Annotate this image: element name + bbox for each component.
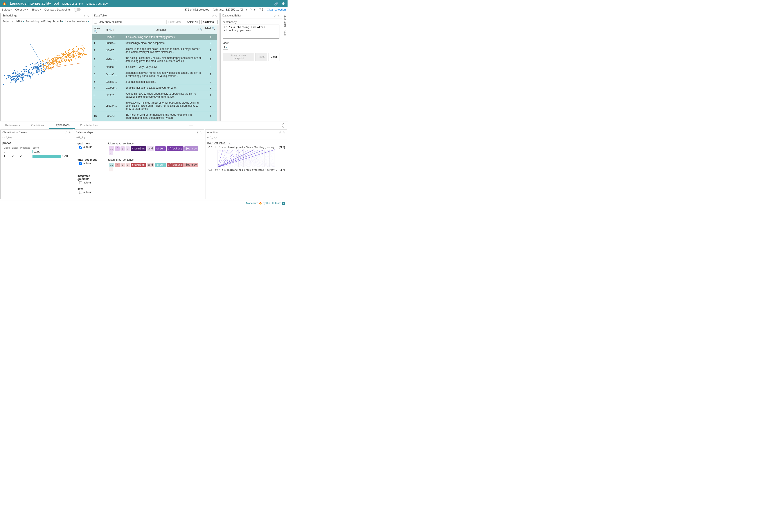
autorun-checkbox[interactable] <box>79 146 82 148</box>
embedding-point[interactable] <box>42 60 43 61</box>
embedding-point[interactable] <box>60 62 61 63</box>
embedding-point[interactable] <box>73 56 74 57</box>
embedding-point[interactable] <box>69 54 71 55</box>
embedding-point[interactable] <box>37 62 38 64</box>
embedding-point[interactable] <box>57 55 58 56</box>
salience-token[interactable]: and <box>147 146 154 151</box>
embedding-point[interactable] <box>65 51 66 52</box>
salience-token[interactable]: it <box>109 146 114 151</box>
collapse-icon[interactable]: ⤢ <box>65 131 68 134</box>
embedding-point[interactable] <box>49 67 51 68</box>
embedding-point[interactable] <box>30 76 31 77</box>
search-icon[interactable]: 🔍 <box>109 28 112 31</box>
embedding-point[interactable] <box>17 77 18 78</box>
embedding-point[interactable] <box>26 66 27 67</box>
embedding-point[interactable] <box>18 79 19 80</box>
embedding-point[interactable] <box>21 71 22 72</box>
embedding-point[interactable] <box>54 60 56 62</box>
embedding-point[interactable] <box>56 61 57 62</box>
table-row[interactable]: 8df3932…you do n't have to know about mu… <box>92 91 217 100</box>
embedding-point[interactable] <box>38 68 39 69</box>
salience-token[interactable]: often <box>155 146 166 151</box>
autorun-checkbox-label[interactable]: autorun <box>79 191 99 194</box>
embedding-point[interactable] <box>69 49 70 50</box>
sort-icon[interactable]: ⇅ <box>98 30 99 33</box>
tab-counterfactuals[interactable]: Counterfactuals <box>75 122 104 129</box>
collapse-icon[interactable]: ⤢ <box>279 131 282 134</box>
salience-token[interactable]: it <box>109 163 114 167</box>
embedding-point[interactable] <box>75 53 76 54</box>
embedding-select[interactable]: sst2_tiny:cls_emb▾ <box>40 20 63 23</box>
embedding-point[interactable] <box>35 69 36 70</box>
embedding-point[interactable] <box>31 67 32 68</box>
embedding-point[interactable] <box>64 59 66 60</box>
embedding-point[interactable] <box>43 64 44 65</box>
search-icon[interactable]: 🔍 <box>94 30 97 33</box>
salience-token[interactable]: journey <box>184 146 198 151</box>
embedding-point[interactable] <box>73 54 75 55</box>
embedding-point[interactable] <box>52 61 53 62</box>
col-label[interactable]: label 🔍⇅ <box>204 25 217 34</box>
embedding-point[interactable] <box>62 59 63 60</box>
expand-icon[interactable]: ⤡ <box>87 14 89 17</box>
embedding-point[interactable] <box>71 56 72 57</box>
heart-icon[interactable]: ♡ <box>258 8 262 11</box>
embedding-point[interactable] <box>13 79 14 80</box>
embedding-point[interactable] <box>73 48 74 49</box>
classres-subtab[interactable]: sst2_tiny <box>1 135 73 140</box>
projector-select[interactable]: UMAP▾ <box>15 20 24 23</box>
embedding-point[interactable] <box>14 70 15 71</box>
embedding-point[interactable] <box>67 55 68 56</box>
embedding-point[interactable] <box>31 72 32 73</box>
embedding-point[interactable] <box>28 70 29 71</box>
embedding-point[interactable] <box>10 76 11 78</box>
search-icon[interactable]: 🔍 <box>212 27 215 30</box>
embedding-point[interactable] <box>82 49 83 50</box>
embedding-point[interactable] <box>45 69 46 70</box>
embedding-point[interactable] <box>44 65 45 66</box>
embedding-point[interactable] <box>74 56 75 57</box>
embedding-point[interactable] <box>49 63 50 64</box>
embedding-point[interactable] <box>3 84 4 85</box>
embedding-point[interactable] <box>61 61 62 62</box>
embedding-point[interactable] <box>20 74 21 75</box>
salience-token[interactable]: affecting <box>166 146 184 151</box>
embedding-point[interactable] <box>70 53 71 54</box>
embedding-point[interactable] <box>41 70 42 71</box>
embedding-point[interactable] <box>77 50 78 51</box>
slices-menu[interactable]: Slices▾ <box>31 8 41 11</box>
embedding-point[interactable] <box>8 75 9 76</box>
autorun-checkbox[interactable] <box>79 162 82 165</box>
embedding-point[interactable] <box>60 57 61 58</box>
embedding-point[interactable] <box>44 68 45 69</box>
embedding-point[interactable] <box>26 69 27 71</box>
embedding-point[interactable] <box>57 63 58 64</box>
embedding-point[interactable] <box>84 54 85 55</box>
embedding-point[interactable] <box>6 78 7 80</box>
embedding-point[interactable] <box>56 59 57 60</box>
embedding-point[interactable] <box>35 67 36 68</box>
table-row[interactable]: 10d60a0d…the mesmerizing performances of… <box>92 112 217 121</box>
embedding-point[interactable] <box>53 66 54 67</box>
reset-button[interactable]: Reset <box>255 53 267 61</box>
embedding-point[interactable] <box>29 69 30 70</box>
embedding-point[interactable] <box>79 52 80 54</box>
clear-button[interactable]: Clear <box>268 53 280 61</box>
collapse-icon[interactable]: ⤢ <box>211 14 214 17</box>
salience-token[interactable]: and <box>147 163 154 167</box>
table-scrollbar[interactable] <box>217 25 219 121</box>
table-row[interactable]: 7a1a90b…or doing last year 's taxes with… <box>92 85 217 91</box>
slice-editor-tab[interactable]: Slice Editor <box>284 14 287 28</box>
gear-icon[interactable]: ⚙ <box>282 2 285 6</box>
embedding-point[interactable] <box>30 78 31 79</box>
only-show-selected-checkbox[interactable] <box>94 21 97 23</box>
embedding-point[interactable] <box>66 59 67 60</box>
embedding-point[interactable] <box>39 66 40 67</box>
embedding-point[interactable] <box>47 62 48 63</box>
embedding-point[interactable] <box>66 53 67 54</box>
embedding-point[interactable] <box>32 69 33 70</box>
embedding-point[interactable] <box>42 65 44 66</box>
dataset-value[interactable]: sst_dev <box>98 2 108 5</box>
embedding-point[interactable] <box>29 72 30 73</box>
embedding-point[interactable] <box>65 56 66 57</box>
